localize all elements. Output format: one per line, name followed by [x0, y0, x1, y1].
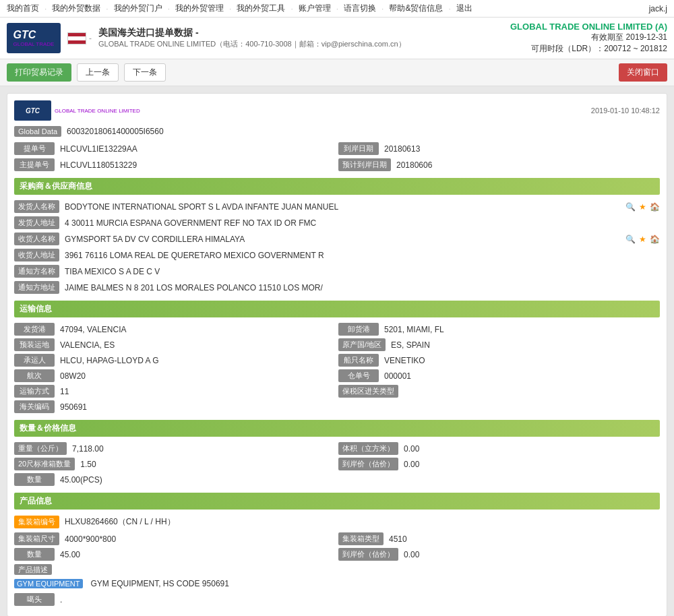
teu-label: 20尺标准箱数量 — [14, 458, 75, 470]
bonded-value — [401, 390, 660, 393]
notify-addr-value: JAIME BALMES N 8 201 LOS MORALES POLANCO… — [62, 282, 660, 294]
notify-name-value: TIBA MEXICO S A DE C V — [62, 266, 660, 278]
transport-mode-label: 运输方式 — [14, 385, 55, 398]
search-icon-shipper[interactable]: 🔍 — [625, 202, 636, 212]
preload-label: 预装运地 — [14, 338, 55, 351]
carrier-vessel-row: 承运人 HLCU, HAPAG-LLOYD A G 船只名称 VENETIKO — [14, 354, 660, 367]
next-button-top[interactable]: 下一条 — [124, 63, 166, 82]
port-row: 发货港 47094, VALENCIA 卸货港 5201, MIAMI, FL — [14, 323, 660, 336]
nav-sep-1: · — [44, 4, 47, 13]
consignee-addr-value: 3961 76116 LOMA REAL DE QUERETARO MEXICO… — [62, 249, 660, 261]
main-content: GTC GLOBAL TRADE ONLINE LIMITED 2019-01-… — [0, 86, 674, 616]
logo-area: GTC GLOBAL TRADE — [7, 23, 61, 53]
home-icon-consignee[interactable]: 🏠 — [650, 235, 660, 244]
header-subtitle: GLOBAL TRADE ONLINE LIMITED（电话：400-710-3… — [98, 39, 503, 49]
product-qty-label: 数量 — [14, 548, 55, 561]
nav-trade-data[interactable]: 我的外贸数据 — [52, 3, 100, 14]
container-num-value: HLXU8264660（CN / L / HH） — [62, 515, 660, 529]
nav-trade-manage[interactable]: 我的外贸管理 — [175, 3, 224, 14]
page-title: 美国海关进口提单数据 - — [98, 27, 503, 39]
hook-label: 噶头 — [14, 593, 55, 606]
container-size-value: 4000*900*800 — [62, 533, 336, 545]
product-desc-value: GYM EQUIPMENT, HS CODE 950691 — [88, 578, 660, 590]
bill-date-row: 提单号 HLCUVL1IE13229AA 到岸日期 20180613 — [14, 142, 660, 155]
record-id-display: 60032018061400005I6560 — [67, 127, 163, 136]
container-num-label: 集装箱编号 — [14, 516, 59, 528]
est-arrival-value: 20180606 — [394, 159, 660, 171]
transport-section: 运输信息 发货港 47094, VALENCIA 卸货港 5201, MIAMI… — [14, 301, 660, 413]
notify-name-row: 通知方名称 TIBA MEXICO S A DE C V — [14, 265, 660, 278]
card-logo-text: GTC — [26, 107, 40, 115]
nav-language[interactable]: 语言切换 — [344, 3, 376, 14]
nav-help[interactable]: 帮助&贸信信息 — [389, 3, 443, 14]
master-bill-field: 主提单号 HLCUVL1180513229 — [14, 158, 336, 171]
star-icon-shipper[interactable]: ★ — [639, 202, 646, 212]
price-est-label: 到岸价（估价） — [338, 458, 398, 470]
nav-trade-tools[interactable]: 我的外贸工具 — [237, 3, 285, 14]
logo-text: GTC — [13, 29, 36, 40]
consignee-icons: 🔍 ★ 🏠 — [623, 235, 660, 244]
notify-addr-label: 通知方地址 — [14, 281, 59, 294]
origin-country-value: ES, SPAIN — [388, 339, 660, 351]
qty-label: 数量 — [14, 473, 55, 486]
teu-field: 20尺标准箱数量 1.50 — [14, 458, 336, 470]
search-icon-consignee[interactable]: 🔍 — [625, 235, 636, 244]
quantity-section: 数量＆价格信息 重量（公斤） 7,118.00 体积（立方米） 0.00 20尺… — [14, 420, 660, 486]
dest-port-label: 卸货港 — [338, 323, 379, 336]
volume-label: 体积（立方米） — [338, 442, 398, 455]
origin-port-value: 47094, VALENCIA — [57, 324, 336, 336]
vessel-label: 船只名称 — [338, 354, 379, 367]
bonded-label: 保税区进关类型 — [338, 385, 398, 398]
transport-mode-row: 运输方式 11 保税区进关类型 — [14, 385, 660, 398]
flag-separator: - — [89, 34, 92, 43]
product-price-label: 到岸价（估价） — [338, 548, 398, 561]
product-price-field: 到岸价（估价） 0.00 — [338, 548, 660, 561]
nav-trade-portal[interactable]: 我的外贸门户 — [114, 3, 162, 14]
nav-account[interactable]: 账户管理 — [299, 3, 331, 14]
consignee-name-value: GYMSPORT 5A DV CV CORDILLERA HIMALAYA — [62, 233, 617, 245]
teu-value: 1.50 — [78, 458, 336, 470]
notify-addr-row: 通知方地址 JAIME BALMES N 8 201 LOS MORALES P… — [14, 281, 660, 294]
shipper-name-value: BODYTONE INTERNATIONAL SPORT S L AVDA IN… — [62, 201, 617, 213]
arrival-date-field: 到岸日期 20180613 — [338, 142, 660, 155]
volume-value: 0.00 — [401, 443, 660, 455]
voyage-value: 08W20 — [57, 370, 336, 382]
weight-volume-row: 重量（公斤） 7,118.00 体积（立方米） 0.00 — [14, 442, 660, 455]
arrival-date-label: 到岸日期 — [338, 142, 379, 155]
flag-area: - — [67, 32, 92, 44]
close-button-top[interactable]: 关闭窗口 — [619, 63, 667, 82]
consignee-addr-row: 收货人地址 3961 76116 LOMA REAL DE QUERETARO … — [14, 249, 660, 261]
nav-logout[interactable]: 退出 — [456, 3, 472, 14]
product-desc-title-row: 产品描述 — [14, 565, 660, 575]
container-type-field: 集装箱类型 4510 — [338, 532, 660, 545]
master-bill-row: 主提单号 HLCUVL1180513229 预计到岸日期 20180606 — [14, 158, 660, 171]
card-logo-sub: GLOBAL TRADE ONLINE LIMITED — [55, 108, 140, 114]
container-type-label: 集装箱类型 — [338, 532, 384, 545]
product-desc-row: GYM EQUIPMENT GYM EQUIPMENT, HS CODE 950… — [14, 578, 660, 590]
product-section: 产品信息 集装箱编号 HLXU8264660（CN / L / HH） 集装箱尺… — [14, 493, 660, 606]
nav-home[interactable]: 我的首页 — [7, 3, 39, 14]
shipper-addr-label: 发货人地址 — [14, 216, 59, 229]
account-company: GLOBAL TRADE ONLINE LIMITED (A) — [510, 22, 667, 32]
transport-header: 运输信息 — [14, 301, 660, 317]
prev-button-top[interactable]: 上一条 — [77, 63, 119, 82]
voyage-manifest-row: 航次 08W20 仓单号 000001 — [14, 369, 660, 382]
logo-sub: GLOBAL TRADE — [13, 41, 55, 47]
star-icon-consignee[interactable]: ★ — [639, 235, 646, 244]
qty-value: 45.00(PCS) — [57, 474, 660, 486]
hs-code-value: 950691 — [57, 401, 660, 413]
home-icon-shipper[interactable]: 🏠 — [650, 202, 660, 212]
global-data-row: Global Data 60032018061400005I6560 — [14, 126, 660, 137]
carrier-value: HLCU, HAPAG-LLOYD A G — [57, 355, 336, 367]
container-size-type-row: 集装箱尺寸 4000*900*800 集装箱类型 4510 — [14, 532, 660, 545]
product-header: 产品信息 — [14, 493, 660, 510]
account-ldr: 可用时段（LDR）：200712 ~ 201812 — [510, 43, 667, 55]
product-price-value: 0.00 — [401, 549, 660, 561]
top-toolbar: 打印贸易记录 上一条 下一条 关闭窗口 — [0, 59, 674, 86]
est-arrival-field: 预计到岸日期 20180606 — [338, 158, 660, 171]
voyage-label: 航次 — [14, 369, 55, 382]
nav-sep-3: · — [168, 4, 170, 13]
print-button-top[interactable]: 打印贸易记录 — [7, 63, 71, 82]
bonded-field: 保税区进关类型 — [338, 385, 660, 398]
consignee-addr-label: 收货人地址 — [14, 249, 59, 261]
